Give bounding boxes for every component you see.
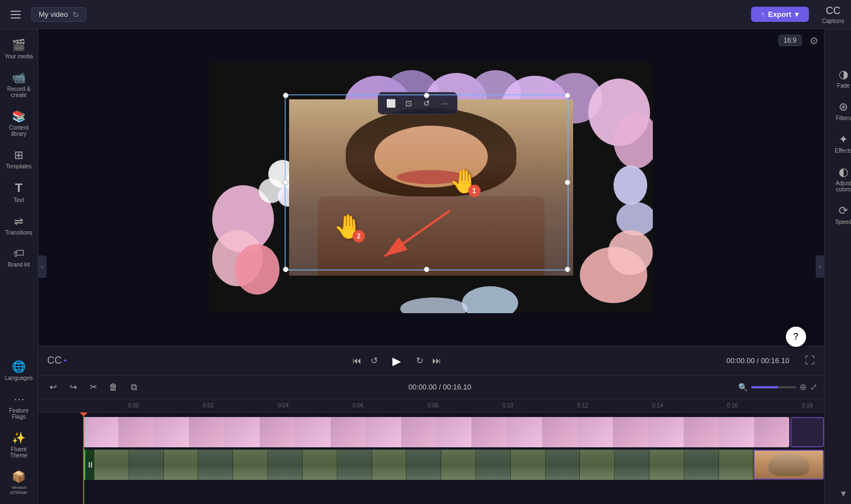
right-sidebar-fade[interactable]: ◑ Fade (827, 63, 852, 93)
right-sidebar-filters[interactable]: ⊛ Filters (827, 95, 852, 126)
text-icon: T (15, 181, 22, 195)
sidebar-item-label: Text (13, 197, 24, 203)
undo-button[interactable]: ↩ (45, 379, 61, 395)
sidebar-item-label: Templates (6, 163, 32, 169)
skip-start-button[interactable]: ⏮ (353, 356, 362, 366)
title-pill[interactable]: My video ↻ (31, 7, 86, 22)
sidebar-item-label: Your media (4, 53, 33, 59)
right-sidebar-effects[interactable]: ✦ Effects (827, 128, 852, 158)
svg-point-8 (614, 166, 647, 205)
project-title: My video (39, 10, 68, 19)
rewind-button[interactable]: ↺ (370, 355, 378, 366)
sidebar-item-label: Transitions (5, 230, 33, 236)
top-bar: My video ↻ ↑ Export ▾ CC Captions (0, 0, 851, 29)
video-end-thumbnail (753, 450, 824, 480)
inner-video (289, 99, 573, 276)
record-icon: 📹 (12, 71, 26, 84)
timeline-time-display: 00:00.00 / 00:16.10 (146, 383, 734, 391)
right-sidebar-speed[interactable]: ⟳ Speed (827, 199, 852, 230)
sidebar-item-record-create[interactable]: 📹 Record & create (2, 66, 36, 103)
timeline-ruler: 0:00 0:02 0:04 0:06 0:08 0:10 0:12 0:14 … (38, 399, 824, 413)
timeline-area: ↩ ↪ ✂ 🗑 ⧉ 00:00.00 / 00:16.10 🔍 ⊕ ⤢ (38, 375, 824, 504)
cc-subtitle-icon: CC (47, 355, 62, 366)
languages-icon: 🌐 (12, 360, 26, 373)
sidebar-item-your-media[interactable]: 🎬 Your media (2, 34, 36, 64)
sidebar-item-content-library[interactable]: 📚 Content library (2, 105, 36, 141)
sidebar-item-transitions[interactable]: ⇌ Transitions (2, 210, 36, 240)
transitions-icon: ⇌ (14, 214, 24, 228)
brand-icon: 🏷 (13, 247, 25, 260)
right-sidebar-adjust-colors[interactable]: ◐ Adjust colors (827, 161, 852, 197)
refresh-icon[interactable]: ↻ (72, 10, 79, 19)
timeline-tracks: ⏸ (38, 413, 824, 504)
skip-end-button[interactable]: ⏭ (432, 356, 441, 366)
track-container: ⏸ (38, 413, 824, 484)
duplicate-button[interactable]: ⧉ (126, 379, 141, 395)
center-area: ⚙ 16:9 (38, 29, 824, 504)
right-sidebar-collapse-button[interactable]: ‹ (816, 255, 825, 278)
track-content-overlay[interactable] (83, 417, 824, 447)
sidebar-item-templates[interactable]: ⊞ Templates (2, 144, 36, 174)
export-chevron-icon: ▾ (795, 10, 799, 19)
effects-icon: ✦ (839, 132, 848, 146)
svg-point-11 (608, 230, 653, 275)
sidebar-item-label: Feature Flags (4, 407, 34, 420)
sidebar-item-label: Languages (5, 375, 33, 381)
captions-button[interactable]: CC Captions (822, 5, 844, 24)
cut-button[interactable]: ✂ (85, 379, 101, 395)
preview-settings-icon[interactable]: ⚙ (809, 35, 818, 47)
sidebar-item-languages[interactable]: 🌐 Languages (2, 355, 36, 386)
timeline-playhead[interactable] (83, 413, 84, 504)
forward-button[interactable]: ↻ (416, 355, 423, 366)
track-row-overlay (38, 417, 824, 447)
cc-subtitle-button[interactable]: CC ✦ (47, 355, 67, 366)
resize-button[interactable]: ⊡ (401, 95, 417, 111)
crop-button[interactable]: ⬜ (383, 95, 399, 111)
sidebar-item-text[interactable]: T Text (2, 176, 36, 208)
video-canvas: ⬜ ⊡ ↺ ··· (209, 62, 653, 313)
track-row-video: ⏸ (38, 450, 824, 480)
sidebar-item-label: Record & create (4, 86, 34, 98)
zoom-in-icon[interactable]: ⊕ (799, 382, 807, 392)
track-content-video[interactable]: ⏸ (83, 450, 824, 480)
person-silhouette (289, 99, 573, 276)
video-preview: ⚙ 16:9 (38, 29, 824, 346)
sidebar-collapse-button[interactable]: › (38, 255, 47, 278)
redo-button[interactable]: ↪ (65, 379, 81, 395)
delete-button[interactable]: 🗑 (106, 379, 121, 395)
timeline-toolbar: ↩ ↪ ✂ 🗑 ⧉ 00:00.00 / 00:16.10 🔍 ⊕ ⤢ (38, 375, 824, 399)
menu-button[interactable] (7, 6, 25, 24)
left-sidebar: 🎬 Your media 📹 Record & create 📚 Content… (0, 29, 38, 504)
video-track-pause-icon: ⏸ (86, 460, 94, 469)
time-display: 00:00.00 / 00:16.10 (726, 356, 789, 365)
sidebar-item-label: Content library (4, 125, 34, 137)
main-area: 🎬 Your media 📹 Record & create 📚 Content… (0, 29, 851, 504)
rotate-button[interactable]: ↺ (419, 95, 434, 111)
track-end-stub[interactable] (790, 417, 824, 447)
fullscreen-button[interactable]: ⛶ (805, 355, 815, 366)
feature-flags-icon: ⋯ (13, 392, 25, 406)
help-button[interactable]: ? (786, 327, 806, 347)
aspect-ratio-badge: 16:9 (779, 35, 802, 46)
svg-point-12 (462, 286, 518, 313)
sidebar-item-label: Brand kit (8, 262, 30, 268)
right-sidebar: ‹ ◑ Fade ⊛ Filters ✦ Effects ◐ Adjust co… (824, 29, 851, 504)
your-media-icon: 🎬 (12, 38, 26, 52)
playback-controls: ⏮ ↺ ▶ ↻ ⏭ (353, 351, 441, 371)
sidebar-item-version[interactable]: 📦 Version d72b9de (2, 465, 36, 500)
more-button[interactable]: ··· (437, 95, 452, 111)
play-pause-button[interactable]: ▶ (387, 351, 407, 371)
sidebar-item-brand-kit[interactable]: 🏷 Brand kit (2, 242, 36, 272)
zoom-out-icon[interactable]: 🔍 (738, 383, 748, 392)
svg-point-13 (400, 297, 468, 313)
export-button[interactable]: ↑ Export ▾ (751, 7, 809, 22)
sidebar-item-feature-flags[interactable]: ⋯ Feature Flags (2, 388, 36, 424)
sidebar-item-fluent-theme[interactable]: ✨ Fluent Theme (2, 427, 36, 463)
fit-button[interactable]: ⤢ (810, 382, 817, 392)
fade-icon: ◑ (839, 67, 848, 81)
playback-bar: CC ✦ ⏮ ↺ ▶ ↻ ⏭ 00:00.00 / 00:16.10 ⛶ (38, 346, 824, 375)
cc-icon: CC (826, 5, 840, 17)
zoom-slider[interactable] (751, 386, 796, 388)
filters-icon: ⊛ (839, 100, 848, 113)
right-sidebar-chevron-down[interactable]: ▾ (841, 487, 846, 504)
